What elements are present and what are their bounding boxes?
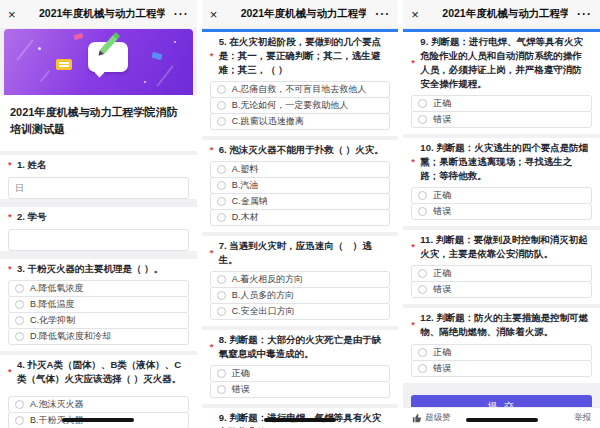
- option-list: 正确 错误: [403, 185, 600, 226]
- decor-streak: [156, 65, 174, 87]
- phone-screenshot-3: × 2021年度机械与动力工程学院消防培训测试题 ··· * 9. 判断题：进行…: [403, 0, 600, 428]
- confetti-dot: [144, 81, 146, 83]
- more-options-icon[interactable]: ···: [366, 7, 390, 21]
- question-label: * 12. 判断题：防火的主要措施是控制可燃物、隔绝助燃物、消除着火源。: [403, 308, 600, 341]
- confetti-blue: [151, 52, 162, 60]
- required-asterisk: *: [411, 318, 415, 332]
- question-3: * 3. 干粉灭火器的主要机理是（ ）。 A.降低氧浓度 B.降低温度 C.化学…: [0, 259, 197, 351]
- appbar-title: 2021年度机械与动力工程学院消防培训测试题: [228, 7, 367, 21]
- option-row[interactable]: 正确: [210, 365, 391, 382]
- option-row[interactable]: C.跳窗以迅速撤离: [210, 113, 391, 130]
- option-list: A.忍痛自救，不可盲目地去救他人 B.无论如何，一定要救助他人 C.跳窗以迅速撤…: [202, 79, 399, 136]
- option-list: 正确 错误: [403, 342, 600, 383]
- option-list: A.塑料 B.汽油 C.金属钠 D.木材: [202, 159, 399, 232]
- appbar: × 2021年度机械与动力工程学院消防培训测试题 ···: [403, 0, 600, 29]
- question-2: * 2. 学号: [0, 207, 197, 251]
- radio-icon: [15, 316, 24, 325]
- option-row[interactable]: A.泡沫灭火器: [8, 396, 189, 413]
- option-row[interactable]: C.安全出口方向: [210, 303, 391, 320]
- question-label: * 4. 扑灭A类（固体）、B类（液体）、C类（气体）火灾应该选择（ ）灭火器。: [0, 355, 197, 388]
- option-row[interactable]: A.着火相反的方向: [210, 271, 391, 288]
- question-1: * 1. 姓名: [0, 155, 197, 199]
- more-options-icon[interactable]: ···: [165, 7, 189, 21]
- question-label: * 5. 在火灾初起阶段，要做到的几个要点是：其一，要正确判断；其二，逃生避难；…: [202, 32, 399, 79]
- home-indicator: [264, 418, 336, 422]
- form-page-3: * 9. 判断题：进行电焊、气焊等具有火灾危险作业的人员和自动消防系统的操作人员…: [403, 29, 600, 428]
- option-row[interactable]: C.金属钠: [210, 193, 391, 210]
- required-asterisk: *: [8, 262, 12, 276]
- option-list: A.降低氧浓度 B.降低温度 C.化学抑制 D.降低氧浓度和冷却: [0, 278, 197, 351]
- close-icon[interactable]: ×: [8, 7, 26, 22]
- option-row[interactable]: C.化学抑制: [8, 312, 189, 329]
- appbar-title: 2021年度机械与动力工程学院消防培训测试题: [429, 7, 568, 21]
- radio-icon: [418, 285, 427, 294]
- close-icon[interactable]: ×: [411, 7, 429, 22]
- option-row[interactable]: 正确: [411, 187, 592, 204]
- decor-streak: [40, 70, 50, 82]
- option-row[interactable]: D.木材: [210, 209, 391, 226]
- option-row[interactable]: B.汽油: [210, 177, 391, 194]
- report-button[interactable]: 举报: [574, 412, 591, 424]
- student-id-input[interactable]: [8, 229, 189, 251]
- option-row[interactable]: A.塑料: [210, 161, 391, 178]
- thumbs-up-icon: [412, 413, 422, 423]
- option-row[interactable]: 错误: [210, 381, 391, 398]
- question-5: * 5. 在火灾初起阶段，要做到的几个要点是：其一，要正确判断；其二，逃生避难；…: [202, 32, 399, 136]
- required-asterisk: *: [8, 158, 12, 172]
- radio-icon: [217, 85, 226, 94]
- question-label: * 9. 判断题：进行电焊、气焊等具有火灾危险作业的人员和自动消防系统的操作人员…: [403, 32, 600, 93]
- question-10: * 10. 判断题：火灾逃生的四个要点是防烟熏；果断迅速逃离现场；寻找逃生之路；…: [403, 138, 600, 226]
- option-row[interactable]: A.降低氧浓度: [8, 280, 189, 297]
- confetti-dot: [174, 41, 176, 43]
- option-list: A.着火相反的方向 B.人员多的方向 C.安全出口方向: [202, 269, 399, 326]
- name-input[interactable]: [8, 177, 189, 199]
- radio-icon: [15, 332, 24, 341]
- option-list: 正确 错误: [403, 93, 600, 134]
- banner-image: [4, 29, 193, 95]
- question-7: * 7. 当遇到火灾时，应迅速向（ ）逃生。 A.着火相反的方向 B.人员多的方…: [202, 236, 399, 326]
- like-button[interactable]: 超级赞: [412, 412, 451, 424]
- phone-screenshot-2: × 2021年度机械与动力工程学院消防培训测试题 ··· * 5. 在火灾初起阶…: [202, 0, 399, 428]
- form-page-2: * 5. 在火灾初起阶段，要做到的几个要点是：其一，要正确判断；其二，逃生避难；…: [202, 29, 399, 428]
- question-9: * 9. 判断题：进行电焊、气焊等具有火灾危险作业的人员和自动消防系统的操作人员…: [403, 32, 600, 134]
- appbar: × 2021年度机械与动力工程学院消防培训测试题 ···: [202, 0, 399, 29]
- radio-icon: [418, 207, 427, 216]
- option-row[interactable]: 错误: [411, 203, 592, 220]
- question-label: * 8. 判断题：大部分的火灾死亡是由于缺氧窒息或中毒造成的。: [202, 330, 399, 363]
- option-row[interactable]: 正确: [411, 265, 592, 282]
- option-row[interactable]: 正确: [411, 95, 592, 112]
- phone-screenshot-1: × 2021年度机械与动力工程学院消防培训测试题 ··· 2021年度机械与动力…: [0, 0, 197, 428]
- question-label: * 1. 姓名: [0, 155, 197, 174]
- close-icon[interactable]: ×: [210, 7, 228, 22]
- option-row[interactable]: 正确: [411, 344, 592, 361]
- radio-icon: [217, 275, 226, 284]
- question-label: * 2. 学号: [0, 207, 197, 226]
- option-row[interactable]: D.降低氧浓度和冷却: [8, 328, 189, 345]
- more-options-icon[interactable]: ···: [568, 7, 592, 21]
- confetti-pink: [73, 33, 83, 41]
- radio-icon: [418, 269, 427, 278]
- option-row[interactable]: B.人员多的方向: [210, 287, 391, 304]
- required-asterisk: *: [210, 49, 214, 63]
- decor-streak: [16, 39, 34, 61]
- radio-icon: [217, 165, 226, 174]
- question-label: * 11. 判断题：要做到及时控制和消灭初起火灾，主要是依靠公安消防队。: [403, 230, 600, 263]
- required-asterisk: *: [8, 210, 12, 224]
- required-asterisk: *: [411, 155, 415, 169]
- radio-icon: [15, 416, 24, 425]
- radio-icon: [217, 291, 226, 300]
- option-row[interactable]: A.忍痛自救，不可盲目地去救他人: [210, 81, 391, 98]
- option-row[interactable]: 错误: [411, 360, 592, 377]
- option-row[interactable]: B.降低温度: [8, 296, 189, 313]
- radio-icon: [418, 191, 427, 200]
- option-row[interactable]: 错误: [411, 111, 592, 128]
- radio-icon: [15, 300, 24, 309]
- option-row[interactable]: 错误: [411, 281, 592, 298]
- required-asterisk: *: [411, 240, 415, 254]
- option-row[interactable]: B.无论如何，一定要救助他人: [210, 97, 391, 114]
- question-6: * 6. 泡沫灭火器不能用于扑救（ ）火灾。 A.塑料 B.汽油 C.金属钠 D…: [202, 140, 399, 232]
- yellow-note-icon: [56, 59, 72, 70]
- radio-icon: [418, 348, 427, 357]
- question-label: * 3. 干粉灭火器的主要机理是（ ）。: [0, 259, 197, 278]
- radio-icon: [217, 213, 226, 222]
